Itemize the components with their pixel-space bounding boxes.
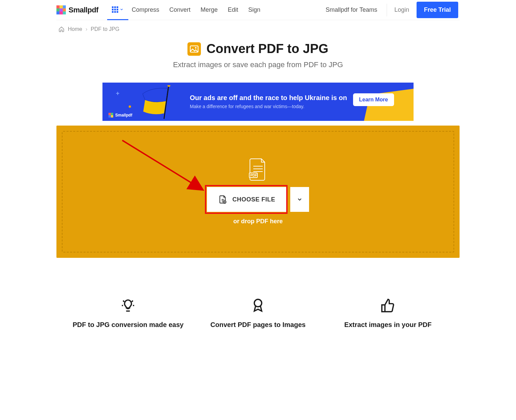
banner-mini-brand-text: Smallpdf (115, 113, 132, 118)
promo-banner: + + Our ads are off and the race to help… (102, 83, 414, 121)
banner-mini-brand: Smallpdf (109, 113, 132, 118)
brand-logo[interactable]: Smallpdf (56, 5, 98, 15)
breadcrumb-home[interactable]: Home (68, 26, 82, 32)
nav-edit[interactable]: Edit (228, 6, 238, 13)
upload-button-group: CHOOSE FILE (207, 187, 309, 212)
page-title: Convert PDF to JPG (206, 42, 328, 56)
brand-name: Smallpdf (69, 6, 98, 14)
file-add-icon (218, 195, 227, 204)
tools-grid-menu[interactable] (107, 0, 128, 20)
pdf-file-icon: PDF (249, 158, 267, 181)
nav-convert[interactable]: Convert (169, 6, 190, 13)
nav-sign[interactable]: Sign (248, 6, 260, 13)
svg-point-3 (167, 85, 170, 87)
pdf-badge-text: PDF (250, 174, 257, 177)
svg-point-1 (195, 47, 197, 49)
banner-headline: Our ads are off and the race to help Ukr… (190, 94, 347, 102)
breadcrumb-separator: › (86, 26, 87, 32)
upload-panel: PDF CHOOSE FILE or drop PDF here (56, 126, 460, 258)
chevron-down-icon (297, 196, 303, 202)
dropzone[interactable]: PDF CHOOSE FILE or drop PDF here (62, 131, 454, 252)
feature-extract-title: Extract images in your PDF (330, 321, 446, 329)
svg-point-18 (254, 299, 262, 307)
feature-pages-title: Convert PDF pages to Images (200, 321, 316, 329)
breadcrumb: Home › PDF to JPG (56, 20, 460, 42)
banner-cta-button[interactable]: Learn More (353, 93, 394, 106)
grid-icon (112, 6, 118, 13)
header-divider (387, 4, 387, 16)
svg-line-14 (123, 300, 125, 302)
lightbulb-icon (121, 298, 135, 313)
login-link[interactable]: Login (394, 6, 409, 13)
free-trial-button[interactable]: Free Trial (417, 2, 458, 18)
jpg-tool-icon (187, 42, 201, 56)
logo-icon (109, 113, 113, 118)
banner-subtext: Make a difference for refugees and war v… (190, 104, 347, 109)
medal-icon (251, 298, 265, 313)
page-heading: Convert PDF to JPG Extract images or sav… (56, 42, 460, 69)
feature-pages: Convert PDF pages to Images (200, 298, 316, 329)
feature-extract: Extract images in your PDF (330, 298, 446, 329)
chevron-down-icon (120, 7, 124, 11)
choose-file-button[interactable]: CHOOSE FILE (207, 187, 287, 212)
primary-nav: Compress Convert Merge Edit Sign (132, 6, 260, 13)
nav-teams[interactable]: Smallpdf for Teams (326, 6, 377, 13)
nav-compress[interactable]: Compress (132, 6, 159, 13)
svg-line-15 (132, 300, 133, 302)
dropzone-hint: or drop PDF here (233, 218, 283, 225)
feature-easy-title: PDF to JPG conversion made easy (70, 321, 186, 329)
sparkle-icon: + (116, 90, 120, 97)
choose-file-label: CHOOSE FILE (232, 196, 275, 203)
breadcrumb-current: PDF to JPG (91, 26, 119, 32)
home-icon (58, 26, 64, 32)
thumbs-up-icon (381, 298, 395, 313)
page-subtitle: Extract images or save each page from PD… (56, 60, 460, 69)
header-bar: Smallpdf Compress Convert Merge Edit Sig… (56, 0, 460, 20)
ukraine-flag-icon (139, 85, 176, 119)
feature-easy: PDF to JPG conversion made easy (70, 298, 186, 329)
nav-merge[interactable]: Merge (201, 6, 218, 13)
dot-icon (129, 105, 131, 108)
upload-source-dropdown[interactable] (290, 187, 309, 212)
features-row: PDF to JPG conversion made easy Convert … (56, 298, 460, 329)
logo-icon (56, 5, 66, 15)
